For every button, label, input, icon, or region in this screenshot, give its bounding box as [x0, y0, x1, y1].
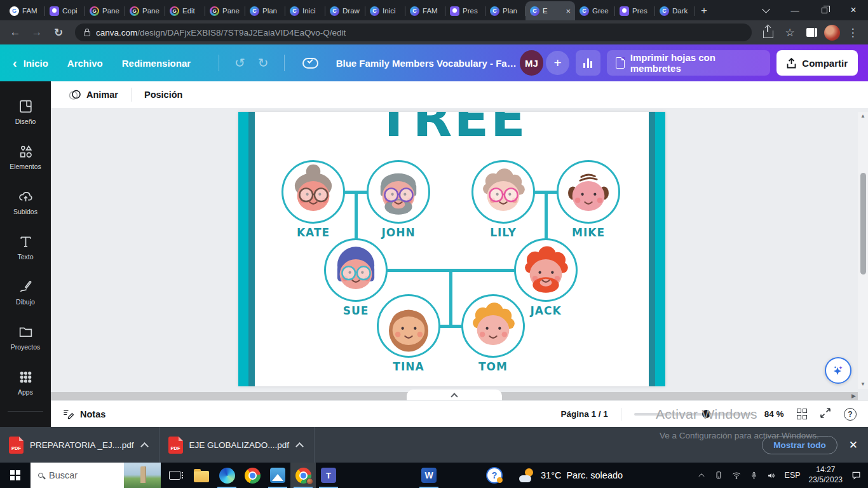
sidebar-item-projects[interactable]: Proyectos [3, 315, 48, 360]
member-portrait[interactable] [461, 294, 525, 358]
family-member-sue[interactable]: SUE [324, 238, 388, 302]
scroll-down-arrow[interactable]: ▼ [860, 380, 865, 389]
tray-chevron-up-icon[interactable] [697, 471, 706, 480]
panel-toggle[interactable] [407, 390, 502, 400]
sidebar-item-design[interactable]: Diseño [3, 89, 48, 134]
fullscreen-button[interactable] [820, 407, 831, 421]
close-button[interactable]: × [839, 0, 868, 20]
wifi-icon[interactable] [731, 471, 742, 480]
chevron-up-icon[interactable] [140, 442, 149, 451]
sidebar-item-draw[interactable]: Dibujo [3, 269, 48, 315]
taskbar-weather[interactable]: 31°C Parc. soleado [519, 463, 623, 488]
help-button[interactable]: ? [844, 408, 857, 421]
download-item[interactable]: PDF PREPARATORIA _EJ....pdf [0, 427, 159, 463]
member-portrait[interactable] [557, 160, 620, 224]
document-title[interactable]: Blue Family Members Vocabulary - Fami... [336, 58, 520, 69]
horizontal-scrollbar[interactable]: ▶ [51, 392, 858, 400]
position-button[interactable]: Posición [144, 90, 182, 100]
action-center-icon[interactable] [851, 470, 862, 480]
back-button[interactable]: ← [6, 24, 24, 41]
browser-tab[interactable]: CFAM [405, 1, 445, 20]
family-member-kate[interactable]: KATE [281, 160, 345, 224]
start-button[interactable] [0, 463, 31, 488]
tab-search-button[interactable] [751, 0, 780, 20]
browser-tab[interactable]: Pane [205, 1, 245, 20]
taskbar-teams[interactable]: T [316, 463, 341, 488]
side-panel-button[interactable] [803, 24, 820, 41]
member-portrait[interactable] [367, 160, 430, 224]
browser-tab[interactable]: CInici [285, 1, 325, 20]
browser-tab[interactable]: CPlan [245, 1, 285, 20]
taskbar-clock[interactable]: 14:27 23/5/2023 [809, 465, 843, 485]
scroll-up-arrow[interactable]: ▲ [860, 112, 865, 121]
browser-tab[interactable]: Pres [615, 1, 655, 20]
sidebar-item-uploads[interactable]: Subidos [3, 179, 48, 224]
member-portrait[interactable] [377, 294, 440, 358]
browser-tab[interactable]: Pane [85, 1, 125, 20]
chevron-up-icon[interactable] [295, 442, 304, 451]
taskbar-word[interactable]: W [416, 463, 442, 488]
family-member-john[interactable]: JOHN [367, 160, 430, 224]
device-icon[interactable] [714, 470, 723, 480]
restore-button[interactable] [810, 0, 839, 20]
family-member-tom[interactable]: TOM [461, 294, 525, 358]
browser-tab[interactable]: CGree [575, 1, 615, 20]
back-chevron-icon[interactable]: ‹ [13, 56, 17, 71]
browser-tab[interactable]: CDraw [325, 1, 365, 20]
scrollbar-thumb[interactable] [860, 173, 866, 274]
taskbar-chrome[interactable] [240, 463, 265, 488]
reload-button[interactable]: ↻ [50, 24, 67, 41]
taskbar-file-explorer[interactable] [189, 463, 214, 488]
magic-assistant-button[interactable] [825, 357, 851, 384]
volume-icon[interactable] [766, 471, 776, 480]
file-menu[interactable]: Archivo [67, 58, 103, 69]
browser-tab[interactable]: CInici [365, 1, 405, 20]
bookmark-button[interactable]: ☆ [781, 24, 799, 41]
taskbar-photos[interactable] [265, 463, 290, 488]
browser-menu-button[interactable]: ⋮ [844, 24, 862, 41]
new-tab-button[interactable]: + [695, 2, 713, 20]
tab-close-icon[interactable]: × [566, 6, 571, 16]
family-member-lily[interactable]: LILY [471, 160, 535, 224]
task-view-button[interactable] [161, 463, 189, 488]
family-member-tina[interactable]: TINA [377, 294, 440, 358]
get-help-icon[interactable]: ? [486, 467, 503, 484]
insights-button[interactable] [576, 50, 601, 76]
browser-tab[interactable]: Edit [165, 1, 205, 20]
member-portrait[interactable] [324, 238, 388, 302]
vertical-scrollbar[interactable]: ▲ ▼ [858, 112, 868, 389]
user-avatar[interactable]: MJ [520, 50, 544, 76]
sidebar-item-text[interactable]: Texto [3, 224, 48, 269]
design-page[interactable]: TREE KATE JOHN LILY [238, 112, 665, 386]
browser-tab[interactable]: CPlan [485, 1, 526, 20]
add-member-button[interactable]: + [546, 51, 569, 75]
browser-tab-active[interactable]: CE× [526, 1, 575, 20]
redo-button[interactable]: ↻ [258, 55, 269, 71]
grid-view-button[interactable] [797, 409, 808, 419]
browser-tab[interactable]: Copi [45, 1, 85, 20]
minimize-button[interactable]: — [780, 0, 810, 20]
family-member-mike[interactable]: MIKE [557, 160, 620, 224]
sidebar-item-apps[interactable]: Apps [3, 360, 48, 405]
member-portrait[interactable] [281, 160, 345, 224]
print-letterhead-button[interactable]: Imprimir hojas con membretes [607, 50, 770, 76]
download-item[interactable]: PDF EJE GLOBALIZADO....pdf [159, 427, 315, 463]
language-indicator[interactable]: ESP [785, 471, 801, 480]
taskbar-search[interactable]: Buscar [31, 463, 161, 488]
browser-tab[interactable]: GFAM [5, 1, 45, 20]
browser-profile-avatar[interactable] [824, 25, 840, 41]
share-button[interactable]: Compartir [776, 50, 858, 76]
page-title[interactable]: TREE [238, 112, 665, 148]
sidebar-item-elements[interactable]: Elementos [3, 134, 48, 179]
taskbar-edge[interactable] [214, 463, 240, 488]
member-portrait[interactable] [471, 160, 535, 224]
forward-button[interactable]: → [28, 24, 46, 41]
taskbar-chrome-active[interactable] [290, 463, 316, 488]
microphone-icon[interactable] [750, 470, 758, 480]
share-page-button[interactable] [759, 24, 777, 41]
animate-button[interactable]: Animar [69, 88, 118, 101]
home-menu[interactable]: Inicio [24, 58, 48, 69]
undo-button[interactable]: ↺ [234, 55, 245, 71]
browser-tab[interactable]: CDark [655, 1, 695, 20]
notes-button[interactable]: Notas [62, 408, 105, 420]
